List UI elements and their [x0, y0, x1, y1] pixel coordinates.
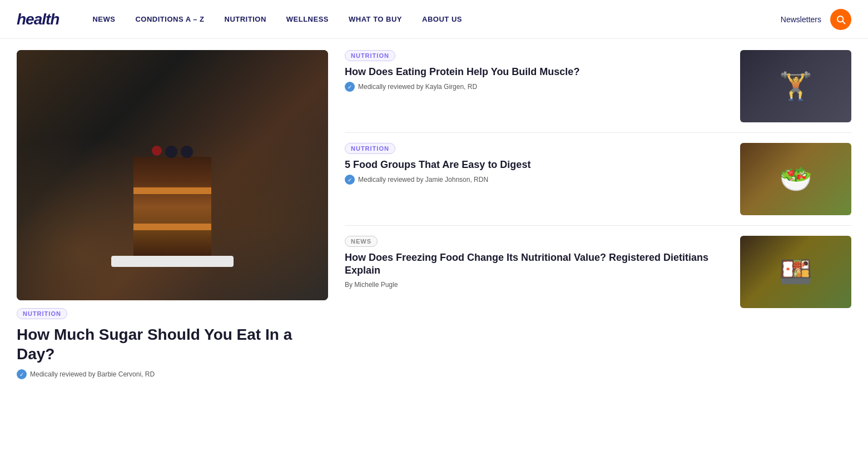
- freezer-image: [740, 236, 851, 308]
- featured-image-bg: [17, 50, 328, 300]
- site-header: health NEWS CONDITIONS A – Z NUTRITION W…: [0, 0, 868, 39]
- article-title-3[interactable]: How Does Freezing Food Change Its Nutrit…: [345, 251, 731, 277]
- article-image-2[interactable]: [740, 143, 851, 215]
- workout-image: [740, 50, 851, 122]
- featured-review: ✓ Medically reviewed by Barbie Cervoni, …: [17, 369, 328, 379]
- svg-point-0: [837, 16, 844, 22]
- article-image-3[interactable]: [740, 236, 851, 308]
- header-actions: Newsletters: [781, 9, 851, 30]
- featured-category[interactable]: NUTRITION: [17, 308, 67, 319]
- berry-3: [181, 146, 193, 158]
- article-category-1[interactable]: NUTRITION: [345, 50, 395, 61]
- nav-item-wellness[interactable]: WELLNESS: [286, 15, 329, 23]
- articles-list: NUTRITION How Does Eating Protein Help Y…: [345, 50, 851, 379]
- cake-layer-2: [133, 224, 211, 230]
- salad-image: [740, 143, 851, 215]
- article-content-2: NUTRITION 5 Food Groups That Are Easy to…: [345, 143, 731, 185]
- article-image-1[interactable]: [740, 50, 851, 122]
- article-category-2[interactable]: NUTRITION: [345, 143, 395, 154]
- verified-icon-1: ✓: [345, 82, 355, 92]
- article-category-3[interactable]: NEWS: [345, 236, 378, 247]
- featured-article: NUTRITION How Much Sugar Should You Eat …: [17, 50, 328, 379]
- nav-item-nutrition[interactable]: NUTRITION: [225, 15, 266, 23]
- article-review-1: Medically reviewed by Kayla Girgen, RD: [358, 83, 477, 91]
- article-item-3[interactable]: NEWS How Does Freezing Food Change Its N…: [345, 226, 851, 318]
- cake-plate: [111, 256, 234, 267]
- article-review-2: Medically reviewed by Jamie Johnson, RDN: [358, 176, 488, 184]
- article-title-1[interactable]: How Does Eating Protein Help You Build M…: [345, 66, 731, 78]
- featured-review-text: Medically reviewed by Barbie Cervoni, RD: [30, 370, 155, 378]
- article-content-1: NUTRITION How Does Eating Protein Help Y…: [345, 50, 731, 92]
- cake-berries: [152, 146, 193, 158]
- nav-item-about-us[interactable]: ABOUT US: [422, 15, 462, 23]
- cake-slice: [133, 157, 211, 257]
- search-icon: [836, 14, 846, 24]
- nav-item-conditions[interactable]: CONDITIONS A – Z: [135, 15, 204, 23]
- article-author-3: By Michelle Pugle: [345, 281, 398, 289]
- article-item[interactable]: NUTRITION How Does Eating Protein Help Y…: [345, 50, 851, 133]
- featured-title[interactable]: How Much Sugar Should You Eat In a Day?: [17, 325, 328, 364]
- article-content-3: NEWS How Does Freezing Food Change Its N…: [345, 236, 731, 289]
- nav-item-what-to-buy[interactable]: WHAT TO BUY: [349, 15, 402, 23]
- main-content: NUTRITION How Much Sugar Should You Eat …: [0, 39, 868, 390]
- site-logo[interactable]: health: [17, 11, 59, 28]
- berry-1: [152, 146, 162, 156]
- newsletters-link[interactable]: Newsletters: [781, 15, 821, 24]
- svg-line-1: [843, 21, 845, 23]
- featured-image[interactable]: [17, 50, 328, 300]
- search-button[interactable]: [830, 9, 851, 30]
- cake-layer-1: [133, 187, 211, 194]
- article-meta-2: ✓ Medically reviewed by Jamie Johnson, R…: [345, 175, 731, 185]
- article-meta-3: By Michelle Pugle: [345, 281, 731, 289]
- nav-item-news[interactable]: NEWS: [92, 15, 115, 23]
- cake-illustration: [117, 145, 228, 267]
- verified-icon: ✓: [17, 369, 27, 379]
- article-item-2[interactable]: NUTRITION 5 Food Groups That Are Easy to…: [345, 133, 851, 226]
- main-nav: NEWS CONDITIONS A – Z NUTRITION WELLNESS…: [92, 15, 780, 23]
- berry-2: [165, 146, 177, 158]
- verified-icon-2: ✓: [345, 175, 355, 185]
- article-meta-1: ✓ Medically reviewed by Kayla Girgen, RD: [345, 82, 731, 92]
- article-title-2[interactable]: 5 Food Groups That Are Easy to Digest: [345, 158, 731, 171]
